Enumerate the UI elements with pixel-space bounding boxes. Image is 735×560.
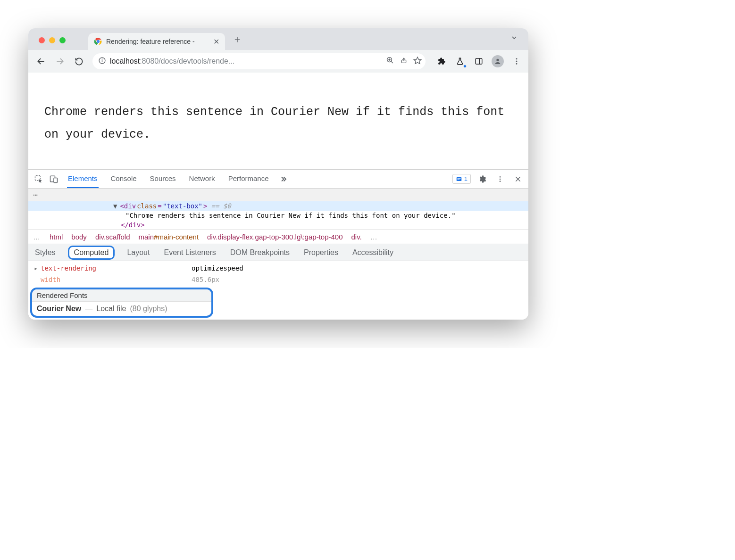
tab-title: Rendering: feature reference - [106, 38, 209, 45]
dom-tree[interactable]: ⋯ ▼ <div class="text-box"> == $0 "Chrome… [28, 189, 528, 230]
address-bar[interactable]: localhost:8080/docs/devtools/rende... [92, 53, 426, 69]
close-tab-button[interactable]: ✕ [213, 37, 219, 46]
dom-tag-end: > [203, 202, 207, 210]
reload-button[interactable] [71, 53, 87, 69]
expand-triangle-icon[interactable]: ▸ [34, 263, 41, 274]
computed-property-value: 485.6px [192, 274, 219, 286]
svg-rect-25 [457, 179, 459, 180]
side-tab-styles[interactable]: Styles [33, 246, 58, 260]
breadcrumb-item[interactable]: div.display-flex.gap-top-300.lg\:gap-top… [207, 233, 342, 241]
tab-elements[interactable]: Elements [67, 170, 99, 188]
breadcrumb-item[interactable]: html [50, 233, 63, 241]
breadcrumb-leading-ellipsis[interactable]: … [33, 233, 41, 241]
computed-panel: ▸ text-rendering optimizespeed width 485… [28, 261, 528, 320]
bookmark-star-icon[interactable] [413, 56, 422, 66]
side-tab-computed[interactable]: Computed [68, 246, 115, 260]
svg-line-8 [391, 61, 393, 63]
computed-row[interactable]: width 485.6px [28, 274, 528, 286]
browser-tab[interactable]: Rendering: feature reference - ✕ [88, 33, 225, 50]
tab-strip: Rendering: feature reference - ✕ ＋ [28, 28, 528, 50]
forward-button[interactable] [52, 53, 68, 69]
minimize-window-button[interactable] [49, 37, 55, 43]
tab-sources[interactable]: Sources [149, 170, 177, 188]
rendered-fonts-row: Courier New — Local file (80 glyphs) [32, 302, 211, 316]
close-window-button[interactable] [39, 37, 45, 43]
share-icon[interactable] [400, 57, 408, 66]
side-tab-dom-breakpoints[interactable]: DOM Breakpoints [228, 246, 292, 260]
extension-icons [434, 54, 524, 68]
side-tab-layout[interactable]: Layout [125, 246, 151, 260]
devtools-header: Elements Console Sources Network Perform… [28, 170, 528, 189]
breadcrumb-trailing-ellipsis[interactable]: … [370, 233, 378, 241]
breadcrumb-item[interactable]: main#main-content [139, 233, 199, 241]
breadcrumb-item[interactable]: div.scaffold [95, 233, 130, 241]
collapsed-ancestors[interactable]: ⋯ [28, 189, 528, 201]
rendered-fonts-header: Rendered Fonts [32, 289, 211, 302]
computed-property-value: optimizespeed [192, 263, 243, 274]
svg-point-18 [516, 61, 518, 62]
zoom-icon[interactable] [386, 56, 394, 66]
svg-rect-14 [476, 58, 482, 64]
svg-rect-24 [457, 178, 460, 179]
tab-console[interactable]: Console [110, 170, 138, 188]
url-host: localhost [110, 57, 140, 65]
side-tab-accessibility[interactable]: Accessibility [351, 246, 395, 260]
devtools-menu-icon[interactable] [493, 173, 507, 186]
profile-button[interactable] [491, 54, 505, 68]
page-viewport: Chrome renders this sentence in Courier … [28, 73, 528, 169]
rendered-font-name: Courier New [37, 305, 81, 313]
computed-property-name: width [41, 274, 192, 286]
breadcrumb-item[interactable]: div. [351, 233, 362, 241]
computed-property-name: text-rendering [41, 263, 192, 274]
svg-point-26 [500, 176, 501, 178]
issues-badge[interactable]: 1 [452, 174, 471, 184]
tab-network[interactable]: Network [188, 170, 216, 188]
chrome-menu-button[interactable] [509, 54, 524, 68]
dom-attr-name: class [137, 202, 157, 210]
rendered-font-glyphs: (80 glyphs) [130, 305, 167, 313]
back-button[interactable] [33, 53, 49, 69]
svg-point-16 [496, 59, 499, 61]
dom-breadcrumb: … html body div.scaffold main#main-conte… [28, 230, 528, 244]
close-devtools-icon[interactable] [511, 173, 525, 186]
svg-point-1 [97, 40, 100, 43]
tab-performance[interactable]: Performance [227, 170, 270, 188]
url-path: /docs/devtools/rende... [159, 57, 234, 65]
maximize-window-button[interactable] [59, 37, 66, 43]
url-port: :8080 [140, 57, 159, 65]
dash-separator: — [85, 305, 92, 313]
dom-text-node[interactable]: "Chrome renders this sentence in Courier… [28, 211, 528, 220]
url-text: localhost:8080/docs/devtools/rende... [110, 57, 382, 66]
side-tab-event-listeners[interactable]: Event Listeners [162, 246, 217, 260]
svg-point-19 [516, 63, 518, 65]
devtools-panel: Elements Console Sources Network Perform… [28, 169, 528, 320]
labs-icon[interactable] [453, 54, 467, 68]
svg-point-27 [500, 178, 501, 180]
window-controls [39, 37, 66, 43]
page-body-text: Chrome renders this sentence in Courier … [44, 101, 514, 146]
inspect-element-icon[interactable] [32, 173, 45, 186]
svg-rect-22 [54, 178, 58, 182]
computed-row[interactable]: ▸ text-rendering optimizespeed [28, 263, 528, 274]
issues-count: 1 [464, 175, 468, 182]
svg-point-28 [500, 181, 501, 182]
dom-close-tag: </div> [121, 221, 145, 229]
page-info-icon[interactable] [98, 57, 106, 66]
svg-point-17 [516, 58, 518, 59]
dom-attr-value: "text-box" [163, 202, 202, 210]
svg-rect-23 [457, 177, 462, 181]
expand-triangle-icon[interactable]: ▼ [113, 202, 117, 210]
side-tab-properties[interactable]: Properties [302, 246, 340, 260]
extensions-icon[interactable] [434, 54, 448, 68]
selected-element-row[interactable]: ▼ <div class="text-box"> == $0 [28, 201, 528, 211]
browser-toolbar: localhost:8080/docs/devtools/rende... [28, 50, 528, 73]
rendered-fonts-section: Rendered Fonts Courier New — Local file … [30, 288, 213, 318]
more-tabs-icon[interactable] [276, 173, 290, 186]
new-tab-button[interactable]: ＋ [231, 33, 244, 46]
settings-gear-icon[interactable] [476, 173, 489, 186]
tabs-dropdown-button[interactable] [508, 31, 521, 44]
device-toolbar-icon[interactable] [47, 173, 60, 186]
chrome-favicon-icon [94, 37, 102, 46]
side-panel-icon[interactable] [472, 54, 486, 68]
breadcrumb-item[interactable]: body [71, 233, 87, 241]
